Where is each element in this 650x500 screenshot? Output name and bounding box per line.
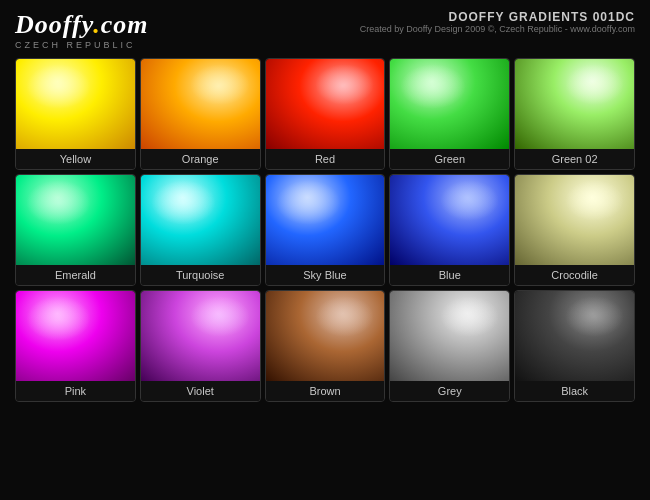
swatch-color-red bbox=[266, 59, 385, 149]
swatch-color-grey bbox=[390, 291, 509, 381]
swatch-pink: Pink bbox=[15, 290, 136, 402]
header: Dooffy.com czech republic DOOFFY GRADIEN… bbox=[10, 10, 640, 50]
page: Dooffy.com czech republic DOOFFY GRADIEN… bbox=[0, 0, 650, 500]
swatch-brown: Brown bbox=[265, 290, 386, 402]
swatch-label-pink: Pink bbox=[16, 381, 135, 401]
logo-com: com bbox=[101, 10, 149, 39]
swatch-label-crocodile: Crocodile bbox=[515, 265, 634, 285]
swatch-label-green: Green bbox=[390, 149, 509, 169]
header-right: DOOFFY GRADIENTS 001DC Created by Dooffy… bbox=[360, 10, 635, 34]
logo-dot: . bbox=[93, 10, 101, 39]
header-subtitle: Created by Dooffy Design 2009 ©, Czech R… bbox=[360, 24, 635, 34]
logo-sub: czech republic bbox=[15, 40, 148, 50]
swatch-violet: Violet bbox=[140, 290, 261, 402]
swatch-label-red: Red bbox=[266, 149, 385, 169]
swatch-label-skyblue: Sky Blue bbox=[266, 265, 385, 285]
swatch-color-emerald bbox=[16, 175, 135, 265]
header-title: DOOFFY GRADIENTS 001DC bbox=[360, 10, 635, 24]
swatch-orange: Orange bbox=[140, 58, 261, 170]
swatch-color-turquoise bbox=[141, 175, 260, 265]
swatch-red: Red bbox=[265, 58, 386, 170]
swatch-color-violet bbox=[141, 291, 260, 381]
swatch-color-black bbox=[515, 291, 634, 381]
swatch-emerald: Emerald bbox=[15, 174, 136, 286]
swatch-yellow: Yellow bbox=[15, 58, 136, 170]
swatch-label-grey: Grey bbox=[390, 381, 509, 401]
swatch-label-black: Black bbox=[515, 381, 634, 401]
swatch-green02: Green 02 bbox=[514, 58, 635, 170]
swatch-color-pink bbox=[16, 291, 135, 381]
swatch-color-brown bbox=[266, 291, 385, 381]
swatch-green: Green bbox=[389, 58, 510, 170]
logo-ooffy: ooffy bbox=[35, 10, 93, 39]
swatch-color-green02 bbox=[515, 59, 634, 149]
swatch-label-orange: Orange bbox=[141, 149, 260, 169]
swatch-turquoise: Turquoise bbox=[140, 174, 261, 286]
swatch-label-violet: Violet bbox=[141, 381, 260, 401]
swatch-skyblue: Sky Blue bbox=[265, 174, 386, 286]
swatch-label-green02: Green 02 bbox=[515, 149, 634, 169]
swatch-color-crocodile bbox=[515, 175, 634, 265]
swatch-color-orange bbox=[141, 59, 260, 149]
swatch-grid: YellowOrangeRedGreenGreen 02EmeraldTurqu… bbox=[10, 58, 640, 402]
swatch-crocodile: Crocodile bbox=[514, 174, 635, 286]
swatch-color-yellow bbox=[16, 59, 135, 149]
swatch-label-turquoise: Turquoise bbox=[141, 265, 260, 285]
swatch-label-blue: Blue bbox=[390, 265, 509, 285]
swatch-color-blue bbox=[390, 175, 509, 265]
swatch-blue: Blue bbox=[389, 174, 510, 286]
swatch-black: Black bbox=[514, 290, 635, 402]
swatch-grey: Grey bbox=[389, 290, 510, 402]
swatch-label-emerald: Emerald bbox=[16, 265, 135, 285]
swatch-label-yellow: Yellow bbox=[16, 149, 135, 169]
logo: Dooffy.com bbox=[15, 10, 148, 40]
swatch-color-skyblue bbox=[266, 175, 385, 265]
swatch-label-brown: Brown bbox=[266, 381, 385, 401]
swatch-color-green bbox=[390, 59, 509, 149]
logo-area: Dooffy.com czech republic bbox=[15, 10, 148, 50]
logo-d: D bbox=[15, 10, 35, 39]
